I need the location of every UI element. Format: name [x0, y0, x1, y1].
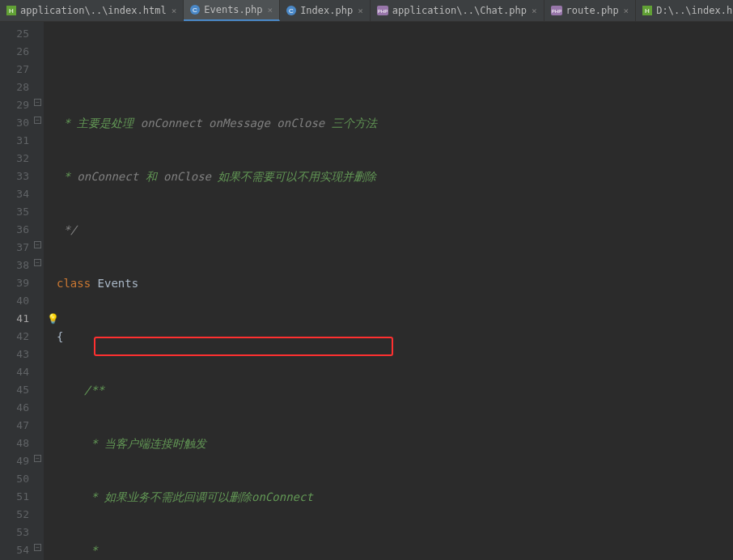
- html-icon: H: [6, 6, 16, 15]
- keyword: class: [57, 277, 98, 290]
- tab-label: Events.php: [204, 4, 262, 15]
- tab-index-html[interactable]: H application\..\index.html ×: [0, 0, 184, 21]
- svg-text:C: C: [289, 7, 294, 15]
- svg-text:C: C: [193, 6, 197, 14]
- tab-label: application\..\Chat.php: [392, 5, 527, 16]
- tab-index-php[interactable]: C Index.php ×: [280, 0, 371, 21]
- tab-label: D:\..\index.html: [656, 5, 733, 16]
- gutter: 2526272829303132333435363738394041424344…: [0, 22, 44, 560]
- brace: {: [57, 330, 63, 343]
- tab-route-php[interactable]: PHP route.php ×: [544, 0, 637, 21]
- fold-icon[interactable]: −: [34, 544, 41, 551]
- docblock: * 如果业务不需此回调可以删除onConnect: [84, 490, 313, 503]
- comment: */: [57, 223, 77, 236]
- svg-text:PHP: PHP: [551, 9, 561, 14]
- comment: * 主要是处理 onConnect onMessage onClose 三个方法: [57, 117, 377, 129]
- php-icon: PHP: [551, 6, 562, 15]
- fold-column: − − − − − − −: [32, 22, 44, 560]
- fold-icon[interactable]: −: [34, 99, 41, 106]
- fold-icon[interactable]: −: [34, 259, 41, 266]
- docblock: /**: [84, 384, 104, 397]
- tab-chat-php[interactable]: PHP application\..\Chat.php ×: [371, 0, 544, 21]
- svg-text:H: H: [9, 7, 14, 15]
- docblock: * 当客户端连接时触发: [84, 437, 206, 450]
- html-icon: H: [642, 6, 652, 15]
- fold-icon[interactable]: −: [34, 455, 41, 462]
- close-icon[interactable]: ×: [172, 6, 177, 16]
- tab-d-index-html[interactable]: H D:\..\index.html ×: [636, 0, 733, 21]
- fold-icon[interactable]: −: [34, 241, 41, 248]
- tab-label: application\..\index.html: [20, 5, 167, 16]
- code-editor[interactable]: 2526272829303132333435363738394041424344…: [0, 22, 733, 560]
- class-name: Events: [98, 277, 139, 290]
- tab-label: Index.php: [300, 5, 353, 16]
- code-area[interactable]: * 主要是处理 onConnect onMessage onClose 三个方法…: [44, 22, 733, 560]
- close-icon[interactable]: ×: [358, 6, 363, 16]
- close-icon[interactable]: ×: [624, 6, 629, 16]
- php-class-icon: C: [286, 6, 296, 15]
- fold-icon[interactable]: −: [34, 117, 41, 124]
- tab-events-php[interactable]: C Events.php ×: [184, 0, 280, 21]
- php-icon: PHP: [377, 6, 388, 15]
- editor-tabs: H application\..\index.html × C Events.p…: [0, 0, 733, 22]
- docblock: *: [84, 544, 98, 557]
- comment: * onConnect 和 onClose 如果不需要可以不用实现并删除: [57, 170, 376, 183]
- close-icon[interactable]: ×: [532, 6, 537, 16]
- close-icon[interactable]: ×: [268, 5, 273, 15]
- svg-text:PHP: PHP: [378, 9, 388, 14]
- svg-text:H: H: [645, 7, 650, 15]
- tab-label: route.php: [566, 5, 619, 16]
- php-class-icon: C: [190, 5, 200, 15]
